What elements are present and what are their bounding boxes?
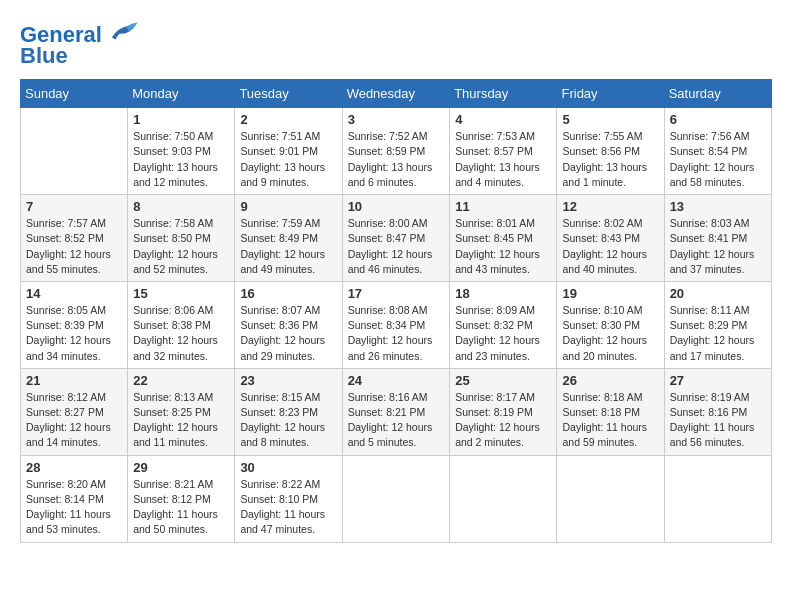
day-detail: Sunrise: 7:50 AMSunset: 9:03 PMDaylight:… (133, 129, 229, 190)
day-number: 14 (26, 286, 122, 301)
day-detail: Sunrise: 8:00 AMSunset: 8:47 PMDaylight:… (348, 216, 445, 277)
day-detail: Sunrise: 8:06 AMSunset: 8:38 PMDaylight:… (133, 303, 229, 364)
calendar-cell: 24Sunrise: 8:16 AMSunset: 8:21 PMDayligh… (342, 368, 450, 455)
weekday-header-wednesday: Wednesday (342, 80, 450, 108)
calendar-cell: 22Sunrise: 8:13 AMSunset: 8:25 PMDayligh… (128, 368, 235, 455)
calendar-week-row: 28Sunrise: 8:20 AMSunset: 8:14 PMDayligh… (21, 455, 772, 542)
calendar-week-row: 21Sunrise: 8:12 AMSunset: 8:27 PMDayligh… (21, 368, 772, 455)
day-detail: Sunrise: 8:17 AMSunset: 8:19 PMDaylight:… (455, 390, 551, 451)
day-detail: Sunrise: 8:11 AMSunset: 8:29 PMDaylight:… (670, 303, 766, 364)
logo-bird-icon (110, 20, 138, 42)
calendar-cell: 29Sunrise: 8:21 AMSunset: 8:12 PMDayligh… (128, 455, 235, 542)
day-detail: Sunrise: 8:18 AMSunset: 8:18 PMDaylight:… (562, 390, 658, 451)
calendar-cell: 15Sunrise: 8:06 AMSunset: 8:38 PMDayligh… (128, 281, 235, 368)
calendar-cell: 14Sunrise: 8:05 AMSunset: 8:39 PMDayligh… (21, 281, 128, 368)
calendar-cell (450, 455, 557, 542)
calendar-cell: 6Sunrise: 7:56 AMSunset: 8:54 PMDaylight… (664, 108, 771, 195)
calendar-cell: 28Sunrise: 8:20 AMSunset: 8:14 PMDayligh… (21, 455, 128, 542)
calendar-cell: 5Sunrise: 7:55 AMSunset: 8:56 PMDaylight… (557, 108, 664, 195)
day-number: 22 (133, 373, 229, 388)
calendar-cell: 16Sunrise: 8:07 AMSunset: 8:36 PMDayligh… (235, 281, 342, 368)
day-detail: Sunrise: 8:03 AMSunset: 8:41 PMDaylight:… (670, 216, 766, 277)
day-number: 18 (455, 286, 551, 301)
day-detail: Sunrise: 8:10 AMSunset: 8:30 PMDaylight:… (562, 303, 658, 364)
day-number: 9 (240, 199, 336, 214)
day-number: 6 (670, 112, 766, 127)
calendar-week-row: 1Sunrise: 7:50 AMSunset: 9:03 PMDaylight… (21, 108, 772, 195)
calendar-cell: 25Sunrise: 8:17 AMSunset: 8:19 PMDayligh… (450, 368, 557, 455)
calendar-cell: 30Sunrise: 8:22 AMSunset: 8:10 PMDayligh… (235, 455, 342, 542)
calendar-cell (21, 108, 128, 195)
day-number: 8 (133, 199, 229, 214)
calendar-cell: 23Sunrise: 8:15 AMSunset: 8:23 PMDayligh… (235, 368, 342, 455)
logo-blue: Blue (20, 43, 138, 69)
calendar-cell: 2Sunrise: 7:51 AMSunset: 9:01 PMDaylight… (235, 108, 342, 195)
day-detail: Sunrise: 8:08 AMSunset: 8:34 PMDaylight:… (348, 303, 445, 364)
day-detail: Sunrise: 7:58 AMSunset: 8:50 PMDaylight:… (133, 216, 229, 277)
day-number: 29 (133, 460, 229, 475)
weekday-header-saturday: Saturday (664, 80, 771, 108)
day-number: 20 (670, 286, 766, 301)
day-detail: Sunrise: 8:13 AMSunset: 8:25 PMDaylight:… (133, 390, 229, 451)
weekday-header-row: SundayMondayTuesdayWednesdayThursdayFrid… (21, 80, 772, 108)
day-number: 28 (26, 460, 122, 475)
weekday-header-friday: Friday (557, 80, 664, 108)
day-detail: Sunrise: 7:57 AMSunset: 8:52 PMDaylight:… (26, 216, 122, 277)
day-detail: Sunrise: 8:15 AMSunset: 8:23 PMDaylight:… (240, 390, 336, 451)
day-detail: Sunrise: 7:51 AMSunset: 9:01 PMDaylight:… (240, 129, 336, 190)
day-detail: Sunrise: 8:01 AMSunset: 8:45 PMDaylight:… (455, 216, 551, 277)
calendar-cell: 17Sunrise: 8:08 AMSunset: 8:34 PMDayligh… (342, 281, 450, 368)
day-number: 1 (133, 112, 229, 127)
day-detail: Sunrise: 8:05 AMSunset: 8:39 PMDaylight:… (26, 303, 122, 364)
calendar-cell: 12Sunrise: 8:02 AMSunset: 8:43 PMDayligh… (557, 195, 664, 282)
weekday-header-thursday: Thursday (450, 80, 557, 108)
day-number: 11 (455, 199, 551, 214)
day-number: 16 (240, 286, 336, 301)
day-detail: Sunrise: 8:20 AMSunset: 8:14 PMDaylight:… (26, 477, 122, 538)
calendar-cell: 21Sunrise: 8:12 AMSunset: 8:27 PMDayligh… (21, 368, 128, 455)
day-number: 7 (26, 199, 122, 214)
calendar-week-row: 14Sunrise: 8:05 AMSunset: 8:39 PMDayligh… (21, 281, 772, 368)
day-number: 25 (455, 373, 551, 388)
day-number: 30 (240, 460, 336, 475)
page-header: General Blue (20, 20, 772, 69)
calendar-cell: 1Sunrise: 7:50 AMSunset: 9:03 PMDaylight… (128, 108, 235, 195)
day-detail: Sunrise: 8:21 AMSunset: 8:12 PMDaylight:… (133, 477, 229, 538)
day-detail: Sunrise: 7:59 AMSunset: 8:49 PMDaylight:… (240, 216, 336, 277)
day-detail: Sunrise: 8:07 AMSunset: 8:36 PMDaylight:… (240, 303, 336, 364)
day-number: 23 (240, 373, 336, 388)
calendar-table: SundayMondayTuesdayWednesdayThursdayFrid… (20, 79, 772, 542)
day-detail: Sunrise: 8:19 AMSunset: 8:16 PMDaylight:… (670, 390, 766, 451)
calendar-week-row: 7Sunrise: 7:57 AMSunset: 8:52 PMDaylight… (21, 195, 772, 282)
day-number: 12 (562, 199, 658, 214)
calendar-cell: 18Sunrise: 8:09 AMSunset: 8:32 PMDayligh… (450, 281, 557, 368)
day-number: 17 (348, 286, 445, 301)
day-number: 2 (240, 112, 336, 127)
calendar-cell: 9Sunrise: 7:59 AMSunset: 8:49 PMDaylight… (235, 195, 342, 282)
day-number: 5 (562, 112, 658, 127)
calendar-cell: 27Sunrise: 8:19 AMSunset: 8:16 PMDayligh… (664, 368, 771, 455)
day-detail: Sunrise: 7:52 AMSunset: 8:59 PMDaylight:… (348, 129, 445, 190)
calendar-cell (342, 455, 450, 542)
day-number: 21 (26, 373, 122, 388)
day-detail: Sunrise: 8:12 AMSunset: 8:27 PMDaylight:… (26, 390, 122, 451)
day-number: 24 (348, 373, 445, 388)
calendar-cell: 19Sunrise: 8:10 AMSunset: 8:30 PMDayligh… (557, 281, 664, 368)
day-number: 15 (133, 286, 229, 301)
day-number: 4 (455, 112, 551, 127)
calendar-cell (557, 455, 664, 542)
calendar-cell: 3Sunrise: 7:52 AMSunset: 8:59 PMDaylight… (342, 108, 450, 195)
day-number: 19 (562, 286, 658, 301)
calendar-cell: 8Sunrise: 7:58 AMSunset: 8:50 PMDaylight… (128, 195, 235, 282)
day-number: 27 (670, 373, 766, 388)
calendar-cell: 20Sunrise: 8:11 AMSunset: 8:29 PMDayligh… (664, 281, 771, 368)
day-number: 3 (348, 112, 445, 127)
day-number: 26 (562, 373, 658, 388)
calendar-cell (664, 455, 771, 542)
day-detail: Sunrise: 7:56 AMSunset: 8:54 PMDaylight:… (670, 129, 766, 190)
day-detail: Sunrise: 8:09 AMSunset: 8:32 PMDaylight:… (455, 303, 551, 364)
day-detail: Sunrise: 7:53 AMSunset: 8:57 PMDaylight:… (455, 129, 551, 190)
calendar-cell: 13Sunrise: 8:03 AMSunset: 8:41 PMDayligh… (664, 195, 771, 282)
day-detail: Sunrise: 7:55 AMSunset: 8:56 PMDaylight:… (562, 129, 658, 190)
weekday-header-monday: Monday (128, 80, 235, 108)
